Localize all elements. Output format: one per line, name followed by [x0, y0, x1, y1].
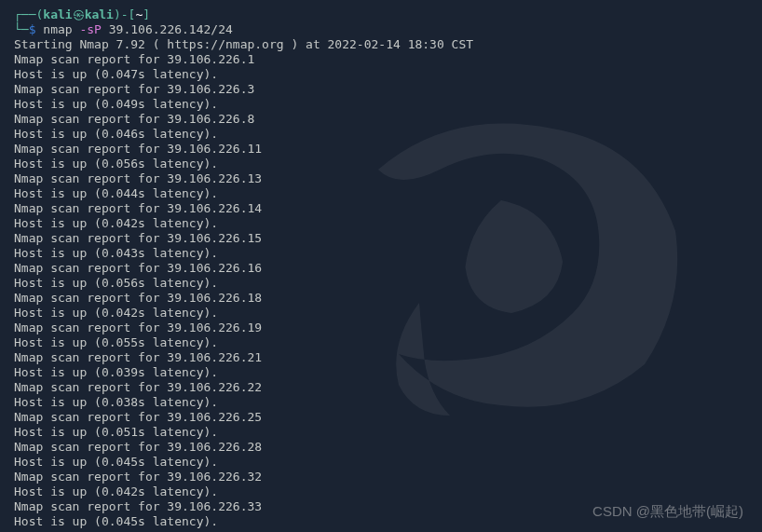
scan-report-line: Nmap scan report for 39.106.226.22: [14, 380, 762, 395]
prompt-host: kali: [85, 7, 114, 21]
scan-report-line: Nmap scan report for 39.106.226.25: [14, 410, 762, 425]
prompt-box-close: ]: [143, 7, 150, 21]
scan-report-line: Nmap scan report for 39.106.226.3: [14, 82, 762, 97]
prompt-box-left: ┌──(: [14, 7, 43, 21]
scan-report-line: Nmap scan report for 39.106.226.28: [14, 440, 762, 455]
scan-report-line: Nmap scan report for 39.106.226.18: [14, 291, 762, 306]
scan-report-line: Nmap scan report for 39.106.226.32: [14, 470, 762, 484]
host-up-line: Host is up (0.047s latency).: [14, 67, 762, 82]
host-up-line: Host is up (0.056s latency).: [14, 276, 762, 291]
prompt-user: kali: [43, 7, 72, 21]
scan-report-line: Nmap scan report for 39.106.226.19: [14, 321, 762, 335]
host-up-line: Host is up (0.056s latency).: [14, 157, 762, 171]
host-up-line: Host is up (0.055s latency).: [14, 335, 762, 350]
host-up-line: Host is up (0.044s latency).: [14, 186, 762, 201]
command-name: nmap: [43, 22, 72, 36]
host-up-line: Host is up (0.049s latency).: [14, 97, 762, 112]
host-up-line: Host is up (0.042s latency).: [14, 216, 762, 231]
scan-report-line: Nmap scan report for 39.106.226.33: [14, 499, 762, 514]
scan-report-line: Nmap scan report for 39.106.226.14: [14, 201, 762, 216]
scan-report-line: Nmap scan report for 39.106.226.16: [14, 261, 762, 276]
host-up-line: Host is up (0.042s latency).: [14, 306, 762, 321]
host-up-line: Host is up (0.039s latency).: [14, 365, 762, 380]
host-up-line: Host is up (0.051s latency).: [14, 425, 762, 440]
host-up-line: Host is up (0.045s latency).: [14, 514, 762, 529]
terminal-output[interactable]: ┌──(kali㉿kali)-[~] └─$ nmap -sP 39.106.2…: [14, 7, 762, 529]
scan-report-line: Nmap scan report for 39.106.226.1: [14, 52, 762, 67]
prompt-line2-prefix: └─: [14, 22, 29, 36]
prompt-box-right: )-[: [114, 7, 135, 21]
prompt-line-1: ┌──(kali㉿kali)-[~]: [14, 7, 762, 22]
host-up-line: Host is up (0.045s latency).: [14, 455, 762, 470]
scan-report-line: Nmap scan report for 39.106.226.11: [14, 142, 762, 157]
command-arg: 39.106.226.142/24: [109, 22, 233, 36]
scan-report-line: Nmap scan report for 39.106.226.8: [14, 112, 762, 127]
prompt-line-2: └─$ nmap -sP 39.106.226.142/24: [14, 22, 762, 37]
host-up-line: Host is up (0.042s latency).: [14, 484, 762, 499]
scan-report-line: Nmap scan report for 39.106.226.15: [14, 231, 762, 246]
scan-report-line: Nmap scan report for 39.106.226.21: [14, 350, 762, 365]
host-up-line: Host is up (0.043s latency).: [14, 246, 762, 261]
host-up-line: Host is up (0.038s latency).: [14, 395, 762, 410]
host-results-container: Nmap scan report for 39.106.226.1Host is…: [14, 52, 762, 529]
command-flag: -sP: [79, 22, 101, 36]
scan-report-line: Nmap scan report for 39.106.226.13: [14, 171, 762, 186]
prompt-at: ㉿: [73, 7, 85, 21]
nmap-start-line: Starting Nmap 7.92 ( https://nmap.org ) …: [14, 37, 762, 52]
host-up-line: Host is up (0.046s latency).: [14, 127, 762, 142]
prompt-dollar: $: [29, 22, 36, 36]
